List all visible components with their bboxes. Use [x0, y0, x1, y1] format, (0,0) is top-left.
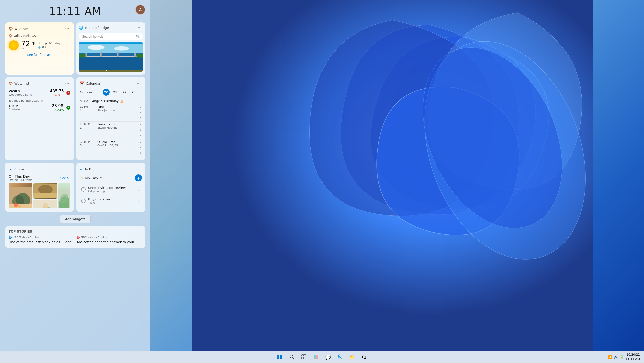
stock-change-0: -1.67% — [50, 93, 64, 97]
sun-icon: ☀ — [80, 176, 84, 180]
stock-symbol-1: CTSP — [9, 104, 20, 108]
stock-company-1: Contoso — [9, 108, 20, 111]
home-icon-sm: 🏠 — [9, 34, 12, 38]
edge-widget-header: 🌐 Microsoft Edge ··· — [79, 25, 143, 30]
teams-button[interactable]: 💬 — [323, 351, 334, 362]
photos-icon: ☁ — [9, 167, 12, 171]
on-this-day-subtitle: Oct 20 · 33 items — [9, 178, 32, 182]
battery-icon[interactable]: 🔋 — [619, 355, 624, 359]
svg-rect-14 — [79, 54, 85, 58]
edge-taskbar-button[interactable] — [335, 351, 346, 362]
start-button[interactable] — [274, 351, 285, 362]
add-widgets-button[interactable]: Add widgets — [60, 215, 91, 223]
photos-on-this-day: On This Day Oct 20 · 33 items See all — [9, 174, 70, 182]
event-more-studio: ••• — [140, 140, 142, 156]
weather-sun-icon — [9, 40, 19, 50]
cal-day-20[interactable]: 20 — [103, 89, 110, 96]
event-subtitle-presentation: Skype Meeting — [97, 126, 138, 129]
stock-company-0: Woodgrove Bank — [9, 93, 32, 96]
todo-circle-1[interactable] — [81, 199, 86, 203]
weather-main: 72 °F °C Strong UV today 💧 0% — [9, 40, 70, 51]
myday-label[interactable]: My Day — [85, 176, 98, 180]
watchlist-menu-button[interactable]: ··· — [64, 81, 70, 86]
weather-icon: 🏠 — [9, 27, 13, 31]
story-source-dot-1: N — [77, 236, 80, 239]
svg-rect-8 — [79, 56, 143, 57]
todo-circle-0[interactable] — [81, 187, 86, 192]
network-icon[interactable]: 📶 — [608, 355, 612, 359]
svg-rect-15 — [137, 54, 143, 58]
edge-taskbar-icon — [337, 354, 343, 360]
todo-task-1: Buy groceries Tasks ☆ — [80, 195, 142, 206]
svg-rect-13 — [79, 57, 143, 70]
stock-change-1: +2.23% — [52, 108, 64, 112]
edge-icon: 🌐 — [79, 26, 83, 30]
edge-search-input[interactable] — [82, 35, 134, 38]
photo-cell-2 — [33, 200, 57, 208]
avatar-letter: A — [139, 7, 142, 12]
svg-rect-39 — [316, 355, 318, 356]
task-view-icon — [301, 354, 306, 359]
photo-cell-0 — [9, 183, 32, 208]
todo-star-1[interactable]: ☆ — [137, 199, 141, 203]
event-subtitle-studio: Conf Rm 32/35 — [97, 144, 138, 147]
edge-menu-button[interactable]: ··· — [137, 25, 143, 30]
taskbar-datetime[interactable]: 10/20/21 11:11 AM — [626, 353, 640, 361]
stock-item-1: CTSP Contoso 23.98 +2.23% + — [9, 103, 70, 112]
svg-rect-30 — [277, 357, 279, 359]
photos-see-all[interactable]: See all — [60, 176, 70, 180]
stock-price-1: 23.98 — [52, 103, 64, 108]
watchlist-title: 🏠 Watchlist — [9, 81, 29, 85]
event-title-presentation: Presentation — [97, 123, 138, 126]
calendar-title: 📅 Calendar — [80, 81, 100, 85]
top-stories-widget: TOP STORIES U USA Today · 3 mins One of … — [5, 226, 145, 248]
user-avatar[interactable]: A — [135, 5, 145, 15]
task-view-button[interactable] — [298, 351, 309, 362]
svg-point-21 — [18, 205, 21, 208]
sound-icon[interactable]: 🔊 — [614, 355, 618, 359]
stock-row-0: WGRB Woodgrove Bank 435.75 -1.67% ✓ — [9, 89, 70, 97]
story-headline-1[interactable]: Are coffee naps the answer to your — [77, 240, 142, 244]
svg-point-6 — [88, 45, 105, 50]
todo-myday-row: ☀ My Day ∨ + — [80, 174, 142, 181]
event-bar-studio — [95, 141, 95, 148]
story-source-dot-0: U — [9, 236, 12, 239]
widgets-taskbar-button[interactable] — [310, 351, 321, 362]
svg-rect-28 — [277, 355, 279, 357]
todo-task-0: Send invites for review Q4 planning ☆ — [80, 184, 142, 195]
photos-menu-button[interactable]: ··· — [64, 166, 70, 172]
todo-menu-button[interactable]: ··· — [136, 166, 142, 172]
file-explorer-button[interactable]: 📁 — [347, 351, 358, 362]
story-item-0: U USA Today · 3 mins One of the smallest… — [9, 236, 74, 244]
svg-rect-10 — [100, 52, 102, 57]
photo-cell-3 — [58, 183, 70, 208]
taskbar-center: 💬 📁 🛍 — [274, 351, 370, 362]
weather-widget-title: 🏠 Weather — [9, 27, 28, 31]
calendar-chevron-icon[interactable]: ⌄ — [139, 90, 142, 94]
weather-title-label: Weather — [14, 27, 28, 31]
cal-day-22[interactable]: 22 — [121, 89, 128, 96]
weather-forecast-link[interactable]: See full forecast — [9, 53, 70, 57]
search-taskbar-button[interactable] — [286, 351, 297, 362]
svg-point-32 — [290, 355, 293, 358]
svg-rect-35 — [304, 355, 306, 356]
edge-widget-title: 🌐 Microsoft Edge — [79, 26, 109, 30]
calendar-event-studio: 6:00 PM 3h Studio Time Conf Rm 32/35 ••• — [80, 139, 142, 157]
tray-chevron-icon[interactable]: ^ — [604, 356, 606, 358]
cal-day-21[interactable]: 21 — [112, 89, 119, 96]
stock-row-1: CTSP Contoso 23.98 +2.23% + — [9, 103, 70, 112]
cal-day-23[interactable]: 23 — [130, 89, 137, 96]
story-headline-0[interactable]: One of the smallest black holes — and — [9, 240, 74, 244]
story-source-name-0: USA Today — [13, 236, 27, 239]
calendar-menu-button[interactable]: ··· — [136, 81, 142, 86]
weather-menu-button[interactable]: ··· — [64, 26, 70, 31]
widgets-bottom-grid: ☁ Photos ··· On This Day Oct 20 · 33 ite… — [5, 163, 145, 212]
weather-location: 🏠 Valley Park, CA — [9, 34, 70, 38]
todo-add-button[interactable]: + — [135, 174, 142, 181]
todo-star-0[interactable]: ☆ — [137, 187, 141, 192]
edge-search-bar[interactable]: 🔍 — [79, 33, 143, 40]
store-button[interactable]: 🛍 — [359, 351, 370, 362]
search-taskbar-icon — [289, 354, 294, 359]
weather-info: Strong UV today 💧 0% — [38, 41, 60, 50]
svg-rect-11 — [117, 52, 118, 57]
